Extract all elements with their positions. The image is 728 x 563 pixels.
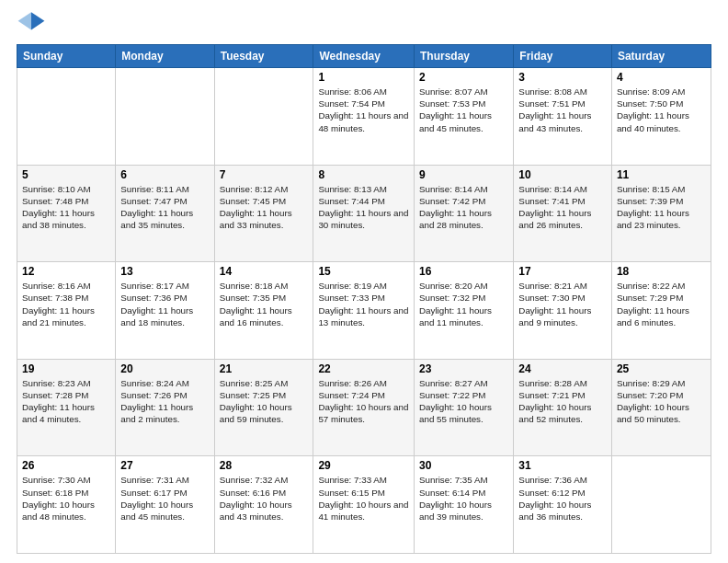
day-number: 3 (518, 71, 607, 84)
calendar-cell: 3Sunrise: 8:08 AM Sunset: 7:51 PM Daylig… (514, 68, 612, 166)
page: SundayMondayTuesdayWednesdayThursdayFrid… (0, 0, 728, 563)
calendar-cell: 22Sunrise: 8:26 AM Sunset: 7:24 PM Dayli… (313, 359, 415, 456)
calendar-cell: 13Sunrise: 8:17 AM Sunset: 7:36 PM Dayli… (116, 262, 214, 360)
day-info: Sunrise: 8:26 AM Sunset: 7:24 PM Dayligh… (318, 377, 409, 426)
day-info: Sunrise: 8:16 AM Sunset: 7:38 PM Dayligh… (22, 280, 110, 328)
day-info: Sunrise: 8:15 AM Sunset: 7:39 PM Dayligh… (617, 183, 706, 232)
calendar-cell: 16Sunrise: 8:20 AM Sunset: 7:32 PM Dayli… (415, 262, 514, 360)
day-info: Sunrise: 8:10 AM Sunset: 7:48 PM Dayligh… (22, 183, 110, 232)
day-number: 15 (318, 265, 409, 278)
day-number: 5 (22, 168, 110, 181)
day-number: 28 (220, 459, 309, 472)
day-info: Sunrise: 7:32 AM Sunset: 6:16 PM Dayligh… (220, 474, 309, 523)
day-info: Sunrise: 7:31 AM Sunset: 6:17 PM Dayligh… (120, 474, 209, 523)
calendar-cell (17, 68, 116, 166)
calendar-cell: 28Sunrise: 7:32 AM Sunset: 6:16 PM Dayli… (214, 456, 313, 554)
day-number: 24 (518, 362, 607, 375)
calendar-cell: 2Sunrise: 8:07 AM Sunset: 7:53 PM Daylig… (415, 68, 514, 166)
day-info: Sunrise: 8:14 AM Sunset: 7:41 PM Dayligh… (518, 183, 607, 232)
calendar-header-row: SundayMondayTuesdayWednesdayThursdayFrid… (17, 45, 711, 68)
calendar-cell (116, 68, 214, 166)
day-number: 26 (22, 459, 110, 472)
calendar-week-2: 5Sunrise: 8:10 AM Sunset: 7:48 PM Daylig… (17, 165, 711, 262)
logo (17, 9, 50, 39)
svg-marker-1 (18, 12, 31, 29)
day-number: 13 (120, 265, 209, 278)
day-number: 11 (617, 168, 706, 181)
day-number: 6 (120, 168, 209, 181)
day-number: 12 (22, 265, 110, 278)
calendar-cell: 26Sunrise: 7:30 AM Sunset: 6:18 PM Dayli… (17, 456, 116, 554)
calendar-cell: 1Sunrise: 8:06 AM Sunset: 7:54 PM Daylig… (313, 68, 415, 166)
calendar-cell (611, 456, 711, 554)
calendar-week-4: 19Sunrise: 8:23 AM Sunset: 7:28 PM Dayli… (17, 359, 711, 456)
day-info: Sunrise: 8:13 AM Sunset: 7:44 PM Dayligh… (318, 183, 409, 232)
calendar-cell: 8Sunrise: 8:13 AM Sunset: 7:44 PM Daylig… (313, 165, 415, 262)
day-number: 10 (518, 168, 607, 181)
calendar-cell: 12Sunrise: 8:16 AM Sunset: 7:38 PM Dayli… (17, 262, 116, 360)
day-number: 16 (419, 265, 508, 278)
day-info: Sunrise: 8:18 AM Sunset: 7:35 PM Dayligh… (220, 280, 309, 328)
calendar-header-tuesday: Tuesday (214, 45, 313, 68)
calendar-cell (214, 68, 313, 166)
logo-icon (17, 9, 46, 39)
day-info: Sunrise: 8:25 AM Sunset: 7:25 PM Dayligh… (220, 377, 309, 426)
calendar-cell: 31Sunrise: 7:36 AM Sunset: 6:12 PM Dayli… (514, 456, 612, 554)
day-number: 7 (220, 168, 309, 181)
day-info: Sunrise: 8:28 AM Sunset: 7:21 PM Dayligh… (518, 377, 607, 426)
day-number: 14 (220, 265, 309, 278)
day-info: Sunrise: 8:23 AM Sunset: 7:28 PM Dayligh… (22, 377, 110, 426)
calendar-cell: 6Sunrise: 8:11 AM Sunset: 7:47 PM Daylig… (116, 165, 214, 262)
calendar-cell: 21Sunrise: 8:25 AM Sunset: 7:25 PM Dayli… (214, 359, 313, 456)
day-info: Sunrise: 8:12 AM Sunset: 7:45 PM Dayligh… (220, 183, 309, 232)
calendar-cell: 11Sunrise: 8:15 AM Sunset: 7:39 PM Dayli… (611, 165, 711, 262)
day-info: Sunrise: 8:27 AM Sunset: 7:22 PM Dayligh… (419, 377, 508, 426)
day-number: 18 (617, 265, 706, 278)
calendar-header-thursday: Thursday (415, 45, 514, 68)
calendar-cell: 18Sunrise: 8:22 AM Sunset: 7:29 PM Dayli… (611, 262, 711, 360)
day-info: Sunrise: 8:17 AM Sunset: 7:36 PM Dayligh… (120, 280, 209, 328)
day-info: Sunrise: 7:33 AM Sunset: 6:15 PM Dayligh… (318, 474, 409, 523)
calendar-cell: 4Sunrise: 8:09 AM Sunset: 7:50 PM Daylig… (611, 68, 711, 166)
day-number: 4 (617, 71, 706, 84)
header (17, 9, 711, 39)
calendar-cell: 7Sunrise: 8:12 AM Sunset: 7:45 PM Daylig… (214, 165, 313, 262)
calendar-cell: 15Sunrise: 8:19 AM Sunset: 7:33 PM Dayli… (313, 262, 415, 360)
calendar-header-saturday: Saturday (611, 45, 711, 68)
calendar-cell: 14Sunrise: 8:18 AM Sunset: 7:35 PM Dayli… (214, 262, 313, 360)
day-info: Sunrise: 8:24 AM Sunset: 7:26 PM Dayligh… (120, 377, 209, 426)
calendar-cell: 9Sunrise: 8:14 AM Sunset: 7:42 PM Daylig… (415, 165, 514, 262)
day-info: Sunrise: 8:21 AM Sunset: 7:30 PM Dayligh… (518, 280, 607, 328)
day-number: 27 (120, 459, 209, 472)
calendar-header-sunday: Sunday (17, 45, 116, 68)
day-info: Sunrise: 8:19 AM Sunset: 7:33 PM Dayligh… (318, 280, 409, 328)
day-number: 30 (419, 459, 508, 472)
calendar-week-5: 26Sunrise: 7:30 AM Sunset: 6:18 PM Dayli… (17, 456, 711, 554)
day-info: Sunrise: 8:08 AM Sunset: 7:51 PM Dayligh… (518, 86, 607, 134)
day-info: Sunrise: 7:36 AM Sunset: 6:12 PM Dayligh… (518, 474, 607, 523)
day-info: Sunrise: 8:09 AM Sunset: 7:50 PM Dayligh… (617, 86, 706, 134)
day-info: Sunrise: 8:22 AM Sunset: 7:29 PM Dayligh… (617, 280, 706, 328)
day-number: 20 (120, 362, 209, 375)
calendar-cell: 29Sunrise: 7:33 AM Sunset: 6:15 PM Dayli… (313, 456, 415, 554)
day-info: Sunrise: 7:30 AM Sunset: 6:18 PM Dayligh… (22, 474, 110, 523)
calendar-cell: 10Sunrise: 8:14 AM Sunset: 7:41 PM Dayli… (514, 165, 612, 262)
day-info: Sunrise: 8:29 AM Sunset: 7:20 PM Dayligh… (617, 377, 706, 426)
day-info: Sunrise: 8:07 AM Sunset: 7:53 PM Dayligh… (419, 86, 508, 134)
day-number: 25 (617, 362, 706, 375)
day-info: Sunrise: 8:20 AM Sunset: 7:32 PM Dayligh… (419, 280, 508, 328)
day-info: Sunrise: 8:11 AM Sunset: 7:47 PM Dayligh… (120, 183, 209, 232)
calendar-header-monday: Monday (116, 45, 214, 68)
day-number: 8 (318, 168, 409, 181)
day-number: 2 (419, 71, 508, 84)
day-number: 23 (419, 362, 508, 375)
calendar-cell: 24Sunrise: 8:28 AM Sunset: 7:21 PM Dayli… (514, 359, 612, 456)
calendar-cell: 27Sunrise: 7:31 AM Sunset: 6:17 PM Dayli… (116, 456, 214, 554)
calendar-header-wednesday: Wednesday (313, 45, 415, 68)
day-number: 17 (518, 265, 607, 278)
calendar-cell: 30Sunrise: 7:35 AM Sunset: 6:14 PM Dayli… (415, 456, 514, 554)
day-number: 31 (518, 459, 607, 472)
day-number: 22 (318, 362, 409, 375)
calendar: SundayMondayTuesdayWednesdayThursdayFrid… (17, 44, 711, 554)
day-number: 9 (419, 168, 508, 181)
